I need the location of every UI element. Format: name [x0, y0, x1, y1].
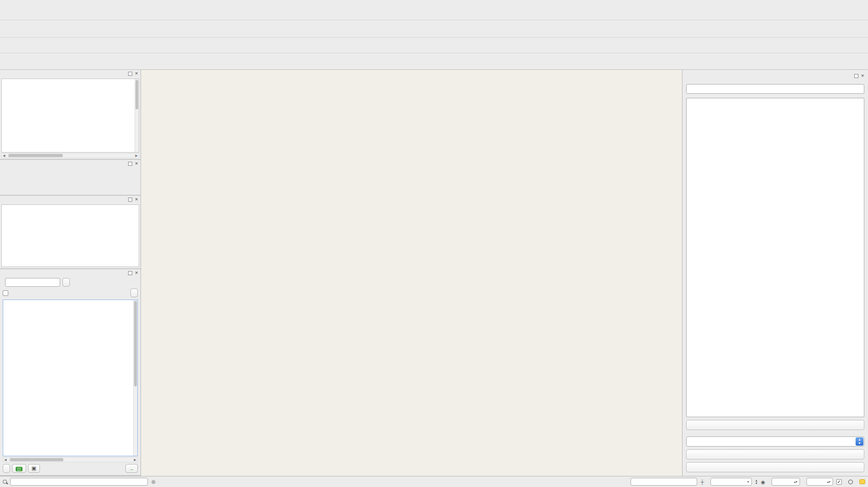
add-all-button[interactable]: [686, 449, 864, 459]
browser-panel-close-icon[interactable]: ✕: [135, 72, 138, 76]
bigquery-layers-panel: ✕ ▲▼: [682, 70, 868, 476]
advanced-digitizing-float-button[interactable]: [128, 162, 132, 166]
cad-disabled-message: [0, 168, 141, 175]
left-dock: ✕ ◀▶ ✕ ✕: [0, 70, 141, 476]
zoom-to-result-button[interactable]: →: [125, 464, 138, 473]
browser-tree: [1, 79, 139, 153]
magnifier-value[interactable]: ▴▾: [772, 478, 800, 486]
browser-panel: ✕ ◀▶: [0, 70, 141, 160]
rotation-value[interactable]: ▴▾: [806, 478, 833, 486]
osm-place-search-panel: ✕ ◀▶ ◫ ▣ →: [0, 269, 141, 476]
limit-to-extent-checkbox[interactable]: [3, 290, 8, 296]
statusbar-search-input[interactable]: [10, 478, 148, 486]
geometry-column-select[interactable]: ▲▼: [686, 436, 864, 447]
log-messages-icon[interactable]: [859, 479, 865, 484]
results-horizontal-scrollbar[interactable]: ◀▶: [3, 457, 138, 462]
search-results-list: [3, 300, 138, 456]
batch-search-icon: ◫: [16, 467, 23, 471]
browser-horizontal-scrollbar[interactable]: ◀▶: [1, 153, 139, 158]
query-editor[interactable]: [686, 98, 864, 417]
browser-vertical-scrollbar[interactable]: [135, 79, 139, 152]
extent-icon[interactable]: ┼: [700, 479, 704, 485]
toolbar-row-1: [0, 0, 868, 20]
zoom-arrow-icon: →: [129, 466, 134, 471]
advanced-digitizing-close-icon[interactable]: ✕: [135, 162, 138, 166]
layers-panel-float-button[interactable]: [128, 198, 132, 202]
bigquery-panel-float-button[interactable]: [854, 74, 858, 78]
search-icon: [3, 480, 7, 484]
clear-search-icon[interactable]: ⊗: [151, 479, 156, 485]
snapshot-icon: ▣: [32, 465, 36, 471]
toolbar-row-2: [0, 20, 868, 38]
lock-icon[interactable]: ◉: [761, 479, 765, 485]
place-search-input[interactable]: [5, 278, 60, 287]
map-viewport: [141, 70, 682, 476]
combo-arrows-icon: ▲▼: [856, 437, 863, 446]
crs-icon[interactable]: [848, 480, 853, 484]
map-canvas[interactable]: [141, 70, 682, 476]
layers-list: [1, 204, 139, 267]
layers-panel-close-icon[interactable]: ✕: [135, 198, 138, 202]
add-window-extents-button[interactable]: [686, 462, 864, 472]
status-bar: ⊗ ┼ ▾ ▲▼ ◉ ▴▾ ▴▾ ✓: [0, 476, 868, 487]
advanced-digitizing-panel: ✕: [0, 160, 141, 196]
batch-search-button[interactable]: ◫: [12, 464, 26, 473]
project-input[interactable]: [686, 84, 864, 94]
render-checkbox[interactable]: ✓: [836, 479, 842, 485]
snapshot-button[interactable]: ▣: [28, 464, 40, 473]
results-vertical-scrollbar[interactable]: [133, 300, 137, 456]
more-options-button[interactable]: [3, 464, 10, 473]
bigquery-panel-close-icon[interactable]: ✕: [861, 74, 864, 78]
layers-panel: ✕: [0, 196, 141, 269]
toolbar-row-4: [0, 53, 868, 70]
browser-panel-float-button[interactable]: [128, 72, 132, 76]
scale-spinner[interactable]: ▲▼: [755, 479, 758, 485]
toolbar-row-3: [0, 38, 868, 53]
search-back-button[interactable]: [130, 289, 138, 297]
osm-search-float-button[interactable]: [128, 271, 132, 275]
run-query-button[interactable]: [686, 420, 864, 430]
coordinate-value[interactable]: [631, 478, 697, 486]
scale-combobox[interactable]: ▾: [710, 478, 752, 486]
osm-search-close-icon[interactable]: ✕: [135, 271, 138, 275]
search-go-button[interactable]: [62, 278, 70, 287]
